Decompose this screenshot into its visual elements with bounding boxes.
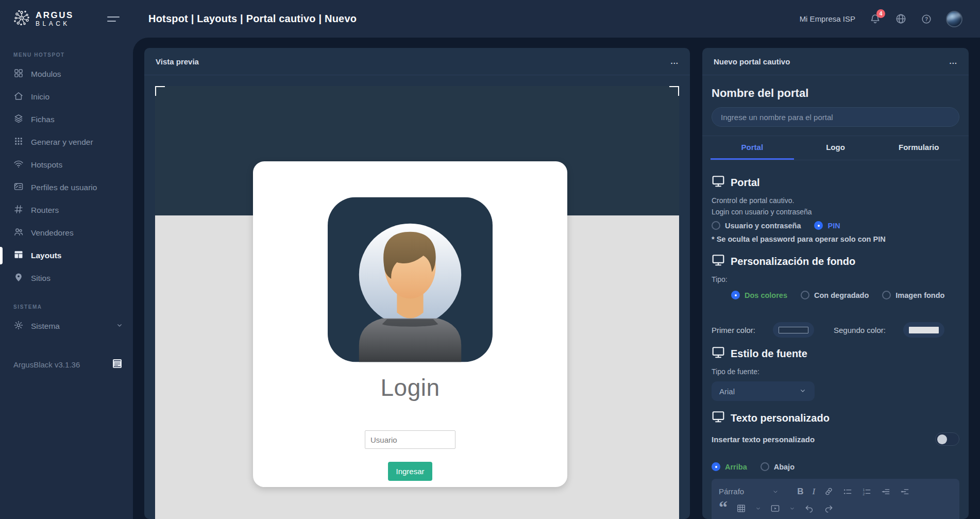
login-avatar-image [328, 197, 493, 362]
paragraph-style-dropdown[interactable]: Párrafo [719, 487, 779, 496]
monitor-icon [712, 346, 725, 362]
portal-name-label: Nombre del portal [712, 87, 959, 100]
radio-dos-colores[interactable]: Dos colores [731, 291, 787, 299]
sidebar-item-label: Vendedores [31, 228, 74, 238]
first-color-picker[interactable] [773, 322, 814, 338]
login-submit-button[interactable]: Ingresar [388, 462, 432, 481]
indent-icon[interactable] [900, 487, 910, 497]
sidebar-item-vendedores[interactable]: Vendedores [0, 222, 133, 244]
login-username-input[interactable] [365, 430, 455, 449]
sidebar-item-routers[interactable]: Routers [0, 199, 133, 222]
radio-label: Arriba [725, 463, 747, 471]
sidebar-item-fichas[interactable]: Fichas [0, 108, 133, 131]
brand-text: ARGUS BLACK [36, 11, 74, 27]
user-avatar[interactable] [946, 11, 962, 27]
font-section-heading: Estilo de fuente [712, 346, 959, 362]
rich-text-editor: Párrafo B I 12 [712, 479, 959, 519]
radio-pin[interactable]: PIN [814, 221, 840, 230]
outdent-icon[interactable] [881, 487, 891, 497]
background-type-radio-group: Dos colores Con degradado Imagen fondo [712, 291, 959, 299]
background-section-title: Personalización de fondo [731, 256, 855, 267]
editor-toolbar: Párrafo B I 12 [712, 479, 959, 519]
custom-text-toggle[interactable] [935, 432, 959, 446]
login-mode-radio-group: Usuario y contraseña PIN [712, 221, 959, 230]
brand-logo[interactable]: ARGUS BLACK [12, 9, 74, 29]
redo-icon[interactable] [823, 504, 834, 514]
globe-icon[interactable] [895, 13, 907, 25]
background-section-heading: Personalización de fondo [712, 254, 959, 270]
sidebar-item-label: Modulos [31, 70, 61, 79]
gear-icon [13, 320, 24, 332]
svg-text:?: ? [925, 16, 928, 22]
radio-circle-icon[interactable] [731, 291, 740, 299]
preview-card: Vista previa ... [144, 48, 690, 519]
breadcrumb-title: Hotspot | Layouts | Portal cautivo | Nue… [148, 13, 357, 25]
radio-con-degradado[interactable]: Con degradado [801, 291, 869, 299]
bold-button[interactable]: B [797, 487, 803, 497]
second-color-picker[interactable] [903, 322, 944, 338]
editor-card-body: Nombre del portal Portal Logo Formulario… [702, 75, 969, 519]
sidebar-item-sistema[interactable]: Sistema [0, 315, 133, 338]
radio-label: Dos colores [745, 291, 787, 299]
users-icon [13, 227, 24, 239]
italic-button[interactable]: I [812, 487, 815, 497]
table-icon[interactable] [736, 504, 746, 513]
sidebar-item-inicio[interactable]: Inicio [0, 86, 133, 108]
radio-circle-icon[interactable] [712, 221, 720, 230]
second-color-label: Segundo color: [834, 326, 886, 334]
link-icon[interactable] [824, 487, 834, 496]
layers-icon [13, 113, 24, 126]
numbered-list-icon[interactable]: 12 [861, 487, 872, 497]
undo-icon[interactable] [804, 504, 815, 514]
tab-formulario[interactable]: Formulario [877, 136, 960, 160]
sidebar-item-perfiles-de-usuario[interactable]: Perfiles de usuario [0, 176, 133, 199]
radio-circle-icon[interactable] [882, 291, 891, 299]
chevron-down-icon[interactable] [789, 505, 796, 512]
blockquote-icon[interactable]: “ [719, 505, 728, 513]
help-icon[interactable]: ? [921, 13, 932, 25]
radio-arriba[interactable]: Arriba [712, 462, 747, 471]
notifications-bell-icon[interactable]: 4 [869, 13, 881, 25]
editor-card-title: Nuevo portal cautivo [714, 57, 790, 66]
sidebar-item-sitios[interactable]: Sitios [0, 267, 133, 290]
radio-usuario-contrasena[interactable]: Usuario y contraseña [712, 221, 801, 230]
app-root: ARGUS BLACK MENU HOTSPOT Modulos Inicio … [0, 0, 980, 519]
brand-line-2: BLACK [36, 21, 74, 27]
sidebar-collapse-icon[interactable] [105, 14, 122, 24]
tab-logo[interactable]: Logo [794, 136, 877, 160]
radio-label: Abajo [774, 463, 795, 471]
radio-circle-icon[interactable] [814, 221, 823, 230]
wifi-icon [13, 159, 24, 171]
radio-label: PIN [827, 222, 840, 230]
media-embed-icon[interactable] [770, 504, 780, 513]
sidebar-section-menu-hotspot: MENU HOTSPOT [0, 52, 133, 58]
toolbar-row-1: Párrafo B I 12 [719, 483, 952, 499]
radio-label: Usuario y contraseña [725, 222, 801, 230]
sidebar-item-layouts[interactable]: Layouts [0, 244, 133, 267]
sidebar-item-hotspots[interactable]: Hotspots [0, 154, 133, 176]
chevron-down-icon[interactable] [755, 505, 762, 512]
radio-label: Imagen fondo [895, 291, 944, 299]
sidebar-item-label: Layouts [31, 251, 61, 260]
toggle-knob [937, 434, 947, 444]
first-color-label: Primer color: [712, 326, 755, 334]
dots-grid-icon [13, 136, 24, 148]
tab-portal[interactable]: Portal [711, 136, 794, 160]
portal-name-input[interactable] [712, 107, 959, 127]
sidebar-item-modulos[interactable]: Modulos [0, 63, 133, 86]
bullet-list-icon[interactable] [842, 487, 853, 497]
sidebar-item-label: Sistema [31, 322, 60, 331]
radio-imagen-fondo[interactable]: Imagen fondo [882, 291, 944, 299]
radio-abajo[interactable]: Abajo [761, 462, 795, 471]
home-icon [13, 91, 24, 103]
company-name[interactable]: Mi Empresa ISP [800, 14, 855, 23]
sidebar-section-sistema: SISTEMA [0, 304, 133, 310]
portal-hint-2: Login con usuario y contraseña [712, 207, 959, 217]
id-card-icon [13, 181, 24, 194]
radio-circle-icon[interactable] [712, 462, 720, 471]
font-select[interactable]: Arial [712, 381, 815, 401]
brand-row: ARGUS BLACK [0, 0, 133, 38]
radio-circle-icon[interactable] [761, 462, 769, 471]
radio-circle-icon[interactable] [801, 291, 809, 299]
sidebar-item-generar-y-vender[interactable]: Generar y vender [0, 131, 133, 154]
